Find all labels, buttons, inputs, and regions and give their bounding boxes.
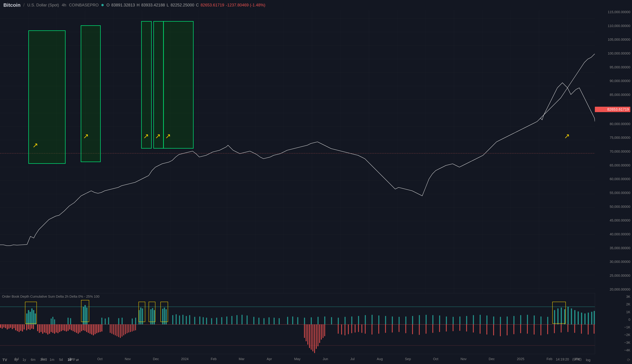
svg-rect-277: [567, 324, 568, 332]
price-axis: 115,000.00000 110,000.00000 105,000.0000…: [595, 0, 632, 293]
svg-rect-145: [578, 312, 579, 324]
yellow-arrow-4: ↗: [155, 133, 161, 140]
axis-jul2: Jul: [350, 357, 355, 361]
price-level-40k: 40,000.00000: [595, 232, 630, 236]
svg-rect-60: [108, 318, 109, 324]
svg-rect-118: [419, 315, 420, 324]
price-level-105k: 105,000.00000: [595, 38, 630, 42]
svg-rect-89: [236, 315, 237, 324]
svg-rect-173: [41, 324, 42, 332]
svg-rect-91: [247, 316, 248, 324]
close-label: C: [196, 3, 199, 8]
close-value: 82653.61719: [201, 3, 224, 8]
svg-rect-264: [480, 324, 480, 334]
price-level-50k: 50,000.00000: [595, 205, 630, 209]
svg-rect-267: [500, 324, 501, 336]
price-level-115k: 115,000.00000: [595, 10, 630, 14]
svg-rect-202: [90, 324, 91, 334]
instrument-subtitle: U.S. Dollar (Spot): [27, 3, 59, 8]
svg-rect-132: [513, 316, 514, 324]
svg-rect-276: [561, 324, 561, 332]
svg-rect-148: [588, 313, 589, 324]
svg-rect-208: [100, 324, 101, 332]
ohlc-display: O 83891.32813 H 83933.42188 L 82252.2500…: [106, 3, 265, 8]
chart-header: Bitcoin / U.S. Dollar (Spot) 4h COINBASE…: [0, 0, 632, 10]
svg-rect-82: [203, 317, 204, 324]
svg-rect-123: [453, 317, 454, 324]
svg-rect-75: [176, 314, 177, 324]
svg-rect-198: [83, 324, 84, 330]
svg-rect-143: [571, 308, 572, 324]
svg-rect-88: [231, 316, 232, 324]
timeframe-1m[interactable]: 1m: [49, 357, 56, 362]
svg-rect-214: [117, 324, 117, 336]
axis-mar: Mar: [239, 357, 244, 361]
svg-rect-54: [70, 318, 71, 324]
timeframe-3m[interactable]: 3m: [39, 357, 46, 362]
price-level-45k: 45,000.00000: [595, 218, 630, 222]
axis-jun: Jun: [323, 357, 328, 361]
svg-rect-241: [345, 324, 345, 335]
svg-rect-117: [412, 316, 413, 324]
scrollbar-icon[interactable]: ⟳: [627, 358, 630, 362]
svg-rect-217: [122, 324, 123, 336]
svg-rect-176: [46, 324, 47, 333]
svg-rect-64: [135, 318, 136, 324]
svg-rect-169: [31, 324, 32, 328]
timeframe-5d[interactable]: 5d: [58, 357, 64, 362]
timeframe-5y[interactable]: 5y: [13, 357, 19, 362]
price-level-100k: 100,000.00000: [595, 52, 630, 56]
price-level-110k: 110,000.00000: [595, 24, 630, 28]
svg-rect-203: [91, 324, 92, 334]
svg-rect-279: [581, 324, 582, 334]
chart-toolbar: TV 5y 1y 6m 3m 1m 5d 1d ⇄: [2, 357, 80, 363]
green-rect-5: [163, 21, 194, 148]
svg-rect-268: [507, 324, 507, 335]
svg-rect-144: [574, 310, 575, 324]
svg-rect-110: [365, 315, 366, 324]
svg-rect-197: [81, 324, 82, 331]
svg-rect-185: [61, 324, 62, 331]
timeframe-6m[interactable]: 6m: [30, 357, 37, 362]
svg-rect-98: [287, 317, 288, 324]
axis-oct2: Oct: [433, 357, 438, 361]
axis-aug2: Aug: [377, 357, 383, 361]
log-scale-button[interactable]: log: [585, 358, 591, 363]
svg-rect-223: [132, 324, 133, 332]
svg-rect-266: [493, 324, 494, 335]
svg-rect-76: [179, 316, 180, 324]
svg-rect-254: [412, 324, 413, 334]
indicator-zero-line: [0, 324, 595, 325]
svg-rect-154: [5, 324, 6, 328]
price-level-20k: 20,000.00000: [595, 288, 630, 292]
svg-rect-97: [279, 318, 280, 324]
svg-rect-191: [71, 324, 72, 330]
svg-rect-53: [68, 318, 69, 324]
svg-rect-153: [4, 324, 5, 327]
svg-rect-249: [378, 324, 379, 334]
timestamp: 14:19:20: [556, 358, 569, 363]
timeframe-1d[interactable]: 1d: [67, 357, 72, 362]
svg-rect-245: [358, 324, 359, 332]
svg-rect-211: [112, 324, 112, 334]
svg-rect-256: [426, 324, 426, 334]
compare-button[interactable]: ⇄: [75, 357, 80, 362]
svg-rect-274: [547, 324, 548, 334]
svg-rect-120: [432, 315, 433, 324]
main-chart-area[interactable]: ↗ ↗ ↗ ↗ ↗ ↗: [0, 10, 595, 293]
svg-rect-246: [361, 324, 362, 333]
indicator-yellow-box-4: [149, 302, 155, 322]
svg-rect-226: [304, 324, 305, 338]
svg-rect-159: [14, 324, 15, 328]
svg-rect-255: [419, 324, 420, 335]
svg-rect-165: [24, 324, 25, 330]
svg-rect-194: [76, 324, 77, 333]
svg-rect-229: [309, 324, 310, 348]
svg-rect-52: [54, 320, 55, 324]
indicator-title: Order Book Depth Cumulative Sum Delta 2h…: [2, 294, 100, 298]
svg-rect-106: [338, 318, 339, 324]
open-label: O: [106, 3, 110, 8]
timeframe-1y[interactable]: 1y: [22, 357, 27, 362]
indicator-1k: 1K: [597, 310, 630, 314]
svg-rect-182: [56, 324, 57, 332]
